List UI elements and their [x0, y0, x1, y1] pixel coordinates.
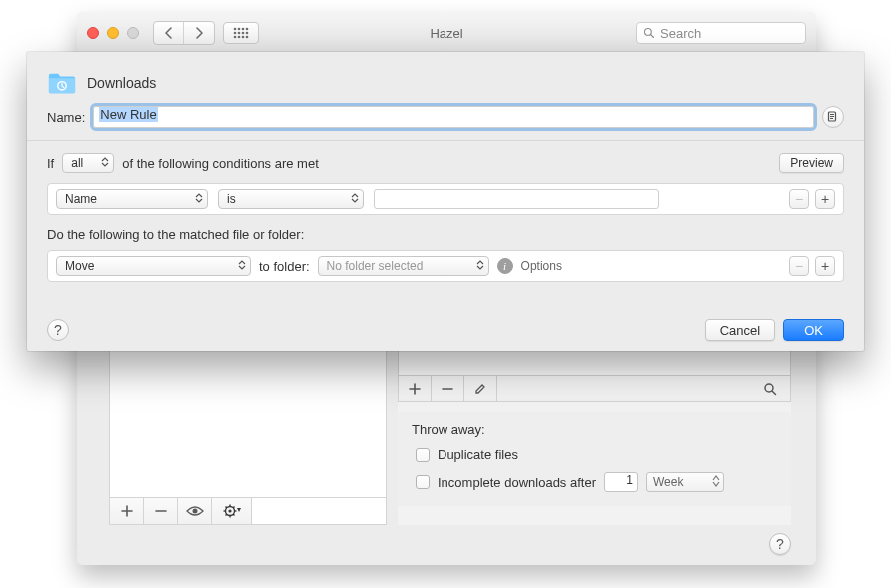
preview-eye-button[interactable]	[178, 498, 212, 524]
action-verb-value: Move	[65, 259, 94, 273]
svg-line-21	[225, 507, 227, 509]
add-action-button[interactable]: +	[815, 256, 835, 276]
action-verb-select[interactable]: Move	[56, 256, 251, 276]
duplicate-files-label: Duplicate files	[438, 447, 518, 462]
cancel-button[interactable]: Cancel	[705, 319, 775, 341]
svg-point-14	[192, 509, 197, 514]
throw-away-section: Throw away: Duplicate files Incomplete d…	[398, 412, 791, 506]
svg-line-24	[233, 507, 235, 509]
search-field[interactable]: Search	[636, 22, 806, 44]
search-placeholder: Search	[660, 26, 701, 41]
svg-point-8	[234, 36, 237, 39]
condition-row: Name is − +	[47, 183, 844, 215]
svg-point-3	[246, 28, 249, 31]
nav-forward-button[interactable]	[184, 22, 214, 44]
svg-point-11	[246, 36, 249, 39]
updown-icon	[195, 193, 203, 203]
info-icon[interactable]: i	[497, 258, 513, 274]
actions-gear-button[interactable]	[212, 498, 252, 524]
incomplete-period-select[interactable]: Week	[646, 472, 724, 492]
updown-icon	[101, 157, 109, 167]
window-title: Hazel	[430, 26, 462, 41]
folders-toolbar	[110, 497, 386, 524]
search-rules-button[interactable]	[750, 376, 790, 401]
svg-point-1	[238, 28, 241, 31]
edit-rule-button[interactable]	[464, 376, 497, 401]
updown-icon	[351, 193, 359, 203]
traffic-lights	[87, 27, 139, 39]
action-row: Move to folder: No folder selected i Opt…	[47, 250, 844, 282]
close-window-button[interactable]	[87, 27, 99, 39]
svg-point-7	[246, 32, 249, 35]
folder-name: Downloads	[87, 75, 156, 91]
svg-line-23	[225, 514, 227, 516]
svg-point-5	[238, 32, 241, 35]
if-label: If	[47, 156, 54, 171]
incomplete-downloads-checkbox[interactable]	[416, 475, 430, 489]
updown-icon	[238, 260, 246, 270]
add-folder-button[interactable]	[110, 498, 144, 524]
nav-back-forward	[153, 21, 215, 45]
svg-point-0	[234, 28, 237, 31]
svg-point-2	[242, 28, 245, 31]
duplicate-files-checkbox[interactable]	[416, 448, 430, 462]
action-folder-select[interactable]: No folder selected	[318, 256, 489, 276]
name-label: Name:	[47, 110, 85, 125]
svg-line-13	[651, 35, 654, 38]
svg-point-4	[234, 32, 237, 35]
svg-point-10	[242, 36, 245, 39]
options-label[interactable]: Options	[521, 259, 562, 273]
remove-action-button[interactable]: −	[789, 256, 809, 276]
titlebar: Hazel Search	[77, 12, 816, 55]
stepper-icon	[712, 475, 720, 487]
remove-condition-button[interactable]: −	[789, 189, 809, 209]
sheet-help-button[interactable]: ?	[47, 319, 69, 341]
rules-toolbar	[398, 375, 791, 402]
svg-line-22	[233, 514, 235, 516]
rule-name-value: New Rule	[99, 107, 157, 122]
rule-name-input[interactable]: New Rule	[93, 106, 814, 128]
minimize-window-button[interactable]	[107, 27, 119, 39]
do-label: Do the following to the matched file or …	[47, 227, 844, 242]
nav-back-button[interactable]	[154, 22, 184, 44]
rule-editor-sheet: Downloads Name: New Rule If all of the f…	[27, 52, 864, 351]
match-mode-select[interactable]: all	[62, 153, 114, 173]
folder-icon	[47, 70, 77, 96]
condition-attribute-select[interactable]: Name	[56, 189, 208, 209]
search-icon	[643, 27, 655, 39]
add-condition-button[interactable]: +	[815, 189, 835, 209]
zoom-window-button	[127, 27, 139, 39]
incomplete-downloads-label: Incomplete downloads after	[438, 475, 596, 490]
incomplete-value-field[interactable]: 1	[604, 472, 638, 492]
action-folder-value: No folder selected	[327, 259, 424, 273]
notes-button[interactable]	[822, 106, 844, 128]
throw-away-heading: Throw away:	[412, 422, 777, 437]
add-rule-button[interactable]	[399, 376, 432, 401]
svg-point-9	[238, 36, 241, 39]
svg-line-26	[772, 391, 776, 395]
svg-point-16	[228, 509, 231, 512]
match-mode-value: all	[71, 156, 83, 170]
ok-button[interactable]: OK	[783, 319, 844, 341]
condition-attribute-value: Name	[65, 192, 97, 206]
condition-operator-value: is	[227, 192, 236, 206]
show-all-button[interactable]	[223, 22, 259, 44]
chevron-down-icon	[237, 508, 241, 512]
remove-folder-button[interactable]	[144, 498, 178, 524]
to-folder-label: to folder:	[259, 259, 310, 274]
incomplete-period-value: Week	[653, 475, 683, 489]
condition-value-input[interactable]	[374, 189, 659, 209]
svg-point-6	[242, 32, 245, 35]
if-suffix: of the following conditions are met	[122, 156, 319, 171]
preview-button[interactable]: Preview	[779, 153, 844, 173]
condition-operator-select[interactable]: is	[218, 189, 364, 209]
updown-icon	[476, 260, 484, 270]
remove-rule-button[interactable]	[432, 376, 464, 401]
help-button[interactable]: ?	[769, 533, 791, 555]
